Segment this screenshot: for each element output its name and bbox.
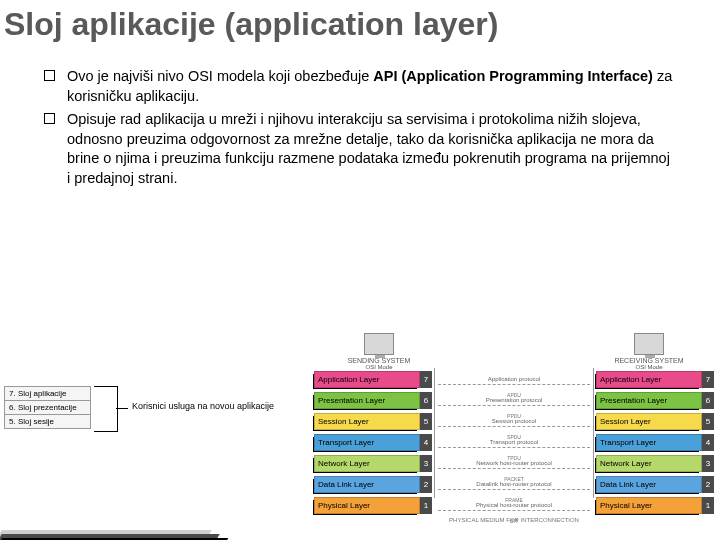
osi-layer-num: 3 (702, 455, 714, 472)
bullet-list: Ovo je najviši nivo OSI modela koji obez… (0, 43, 720, 188)
osi-protocol: Application protocolAPDU (432, 376, 596, 382)
decorative-wedge (0, 530, 226, 540)
slide-title: Sloj aplikacije (application layer) (0, 0, 720, 43)
bullet-item: Opisuje rad aplikacija u mreži i njihovu… (44, 110, 676, 188)
osi-middle-header (444, 354, 584, 370)
osi-protocol: Datalink host-router protocolFRAME (432, 481, 596, 487)
osi-layer-num: 5 (702, 413, 714, 430)
bullet-text: Ovo je najviši nivo OSI modela koji obez… (67, 67, 676, 106)
osi-layer-left: Physical Layer (314, 497, 420, 514)
osi-protocol: Session protocolSPDU (432, 418, 596, 424)
bullet-item: Ovo je najviši nivo OSI modela koji obez… (44, 67, 676, 106)
osi-layer-right: Session Layer (596, 413, 702, 430)
osi-protocol: Transport protocolTPDU (432, 439, 596, 445)
osi-layer-num: 4 (420, 434, 432, 451)
osi-layer-left: Presentation Layer (314, 392, 420, 409)
osi-layer-left: Transport Layer (314, 434, 420, 451)
recv-system: RECEIVING SYSTEM OSI Mode (584, 333, 714, 370)
osi-layer-right: Transport Layer (596, 434, 702, 451)
osi-protocol: Network host-router protocolPACKET (432, 460, 596, 466)
osi-layer-num: 7 (420, 371, 432, 388)
osi-layer-num: 2 (702, 476, 714, 493)
osi-row: Application Layer7Application protocolAP… (314, 370, 714, 388)
osi-layer-num: 6 (420, 392, 432, 409)
osi-layer-right: Application Layer (596, 371, 702, 388)
sending-system: SENDING SYSTEM OSI Mode (314, 333, 444, 370)
osi-layer-num: 3 (420, 455, 432, 472)
vertical-line (434, 368, 435, 498)
layer-cell: 6. Sloj prezentacije (5, 401, 91, 415)
osi-diagram: SENDING SYSTEM OSI Mode RECEIVING SYSTEM… (314, 330, 714, 523)
osi-layer-right: Network Layer (596, 455, 702, 472)
osi-layer-num: 1 (702, 497, 714, 514)
osi-layer-left: Network Layer (314, 455, 420, 472)
osi-protocol: Presentation protocolPPDU (432, 397, 596, 403)
left-layer-table: 7. Sloj aplikacije 6. Sloj prezentacije … (4, 386, 91, 429)
left-bracket-label: Korisnici usluga na novou aplikacije (132, 401, 274, 411)
osi-layer-right: Data Link Layer (596, 476, 702, 493)
osi-layers: Application Layer7Application protocolAP… (314, 370, 714, 514)
osi-pdu: BIT (510, 518, 518, 524)
lower-figures: 7. Sloj aplikacije 6. Sloj prezentacije … (0, 330, 720, 540)
osi-layer-right: Presentation Layer (596, 392, 702, 409)
bracket-icon (94, 386, 118, 432)
osi-layer-left: Application Layer (314, 371, 420, 388)
monitor-icon (364, 333, 394, 355)
bullet-text: Opisuje rad aplikacija u mreži i njihovu… (67, 110, 676, 188)
osi-layer-left: Data Link Layer (314, 476, 420, 493)
osi-layer-num: 4 (702, 434, 714, 451)
layer-cell: 7. Sloj aplikacije (5, 387, 91, 401)
bullet-box-icon (44, 113, 55, 124)
vertical-line (593, 368, 594, 498)
osi-layer-num: 1 (420, 497, 432, 514)
osi-layer-num: 6 (702, 392, 714, 409)
osi-layer-right: Physical Layer (596, 497, 702, 514)
osi-layer-num: 7 (702, 371, 714, 388)
osi-protocol: Physical host-router protocolBIT (432, 502, 596, 508)
bullet-box-icon (44, 70, 55, 81)
osi-layer-num: 5 (420, 413, 432, 430)
monitor-icon (634, 333, 664, 355)
layer-cell: 5. Sloj sesije (5, 415, 91, 429)
osi-layer-left: Session Layer (314, 413, 420, 430)
osi-layer-num: 2 (420, 476, 432, 493)
